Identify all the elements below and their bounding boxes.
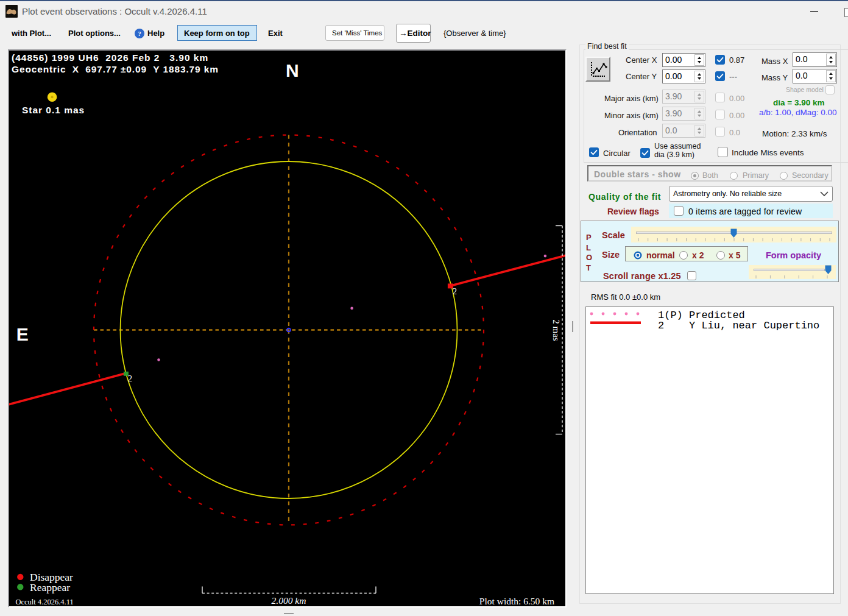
svg-text:2.000 km: 2.000 km <box>272 595 306 606</box>
svg-text:2 mas: 2 mas <box>551 319 561 341</box>
svg-text:(44856) 1999 UH6 2026 Feb 2: (44856) 1999 UH6 2026 Feb 2 3.90 km <box>12 52 208 63</box>
svg-text:Star 0.1 mas: Star 0.1 mas <box>22 105 85 115</box>
svg-text:Occult 4.2026.4.11: Occult 4.2026.4.11 <box>15 598 73 606</box>
svg-text:Plot width: 6.50 km: Plot width: 6.50 km <box>479 596 554 606</box>
svg-text:Geocentric X 697.77 ±0.09 Y: Geocentric X 697.77 ±0.09 Y 1883.79 km <box>12 64 219 74</box>
svg-text:2: 2 <box>453 287 457 296</box>
svg-text:?: ? <box>138 30 141 37</box>
svg-text:2 Y Liu, near Cupertino: 2 Y Liu, near Cupertino <box>658 320 819 331</box>
svg-text:N: N <box>286 60 299 80</box>
svg-text:Reappear: Reappear <box>30 581 70 593</box>
svg-text:2: 2 <box>128 374 132 383</box>
svg-text:E: E <box>16 324 29 344</box>
